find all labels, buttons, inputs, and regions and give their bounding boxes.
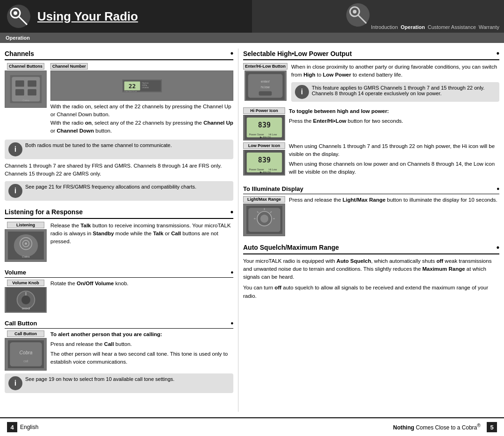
selectable-body1: When in close proximity to another party…: [291, 63, 499, 79]
svg-text:call: call: [23, 359, 28, 363]
low-power-image: 839 Power Saver Hi Low ▶ RX TX: [243, 150, 285, 176]
footer-page-right: 5: [487, 422, 497, 432]
toggle-title: To toggle between high and low power:: [289, 107, 499, 115]
info-icon-2: i: [8, 184, 22, 198]
svg-text:Power Saver: Power Saver: [249, 168, 264, 171]
selectable-body2: When using Channels 1 through 7 and 15 t…: [289, 142, 499, 159]
selectable-title: Selectable High•Low Power Output: [243, 49, 499, 60]
low-power-label: Low Power Icon: [243, 142, 285, 149]
header-nav: Introduction Operation Customer Assistan…: [371, 24, 499, 30]
svg-rect-10: [15, 80, 24, 87]
right-column: Selectable High•Low Power Output Enter/H…: [243, 49, 499, 412]
illuminate-body: Press and release the Light/Max Range bu…: [289, 196, 499, 204]
svg-text:Hi Low: Hi Low: [268, 133, 277, 136]
channels-info2-text: See page 21 for FRS/GMRS frequency alloc…: [25, 184, 196, 190]
footer-tagline-bold: Nothing: [393, 424, 414, 431]
svg-rect-12: [15, 89, 24, 96]
svg-text:Cobra: Cobra: [22, 255, 30, 258]
footer-page-left: 4: [7, 422, 17, 432]
hi-power-label: Hi Power Icon: [243, 107, 285, 114]
call-button-body: The other person will hear a two second …: [50, 350, 233, 366]
channels-body1: With the radio on, select any of the 22 …: [50, 103, 233, 135]
enter-hi-low-block: Enter/Hi-Low Button enter/ hi.low: [243, 63, 287, 105]
footer-left: 4 English: [7, 422, 38, 432]
call-button-section: Call Button Call Button Cobra call: [5, 319, 233, 393]
svg-text:hi.low: hi.low: [261, 85, 270, 89]
light-label: Light/Max Range: [243, 196, 285, 203]
toggle-text-block: To toggle between high and low power: Pr…: [289, 107, 499, 141]
call-button-image: Cobra call: [5, 338, 47, 371]
listening-block: Listening Cobra Release the Tal: [5, 222, 233, 262]
low-power-block: Low Power Icon 839 Power Saver Hi Low ▶ …: [243, 142, 285, 178]
volume-title: Volume: [5, 268, 233, 278]
light-image: [243, 204, 285, 236]
svg-text:Hi Low: Hi Low: [268, 168, 277, 171]
call-button-info-text: See page 19 on how to select from 10 ava…: [25, 376, 175, 382]
svg-text:Power Saver Hi Low: Power Saver Hi Low: [124, 90, 137, 92]
info-icon-4: i: [295, 85, 309, 99]
svg-point-58: [260, 214, 268, 222]
main-content: Channels Channel Buttons Cobra: [0, 43, 504, 417]
auto-squelch-section: Auto Squelch/Maximum Range Your microTAL…: [243, 243, 499, 300]
svg-point-2: [14, 11, 17, 15]
call-button-block: Call Button Cobra call To alert another …: [5, 331, 233, 371]
svg-point-27: [24, 242, 27, 245]
listening-label: Listening: [7, 222, 44, 228]
channels-title: Channels: [5, 49, 233, 60]
illuminate-section: To Illuminate Display Light/Max Range: [243, 185, 499, 236]
listening-image: Cobra: [5, 229, 47, 262]
header-right: Introduction Operation Customer Assistan…: [252, 0, 504, 33]
nav-warranty[interactable]: Warranty: [479, 24, 499, 30]
svg-text:on/vol: on/vol: [21, 307, 30, 310]
svg-text:22: 22: [128, 83, 135, 90]
low-power-text: When using Channels 1 through 7 and 15 t…: [289, 142, 499, 178]
call-button-info: i See page 19 on how to select from 10 a…: [5, 373, 233, 393]
svg-rect-11: [28, 80, 36, 87]
left-column: Channels Channel Buttons Cobra: [5, 49, 233, 412]
svg-text:DCS   Sq: DCS Sq: [142, 84, 147, 86]
svg-text:Power Saver: Power Saver: [249, 133, 264, 136]
hi-power-image: 839 Power Saver Hi Low ▶ RX TX: [243, 115, 285, 141]
listening-section: Listening for a Response Listening Cobr: [5, 207, 233, 262]
svg-rect-13: [28, 89, 36, 96]
call-button-subtitle: To alert another person that you are cal…: [50, 331, 233, 338]
header-right-logo: [345, 2, 371, 28]
header: Using Your Radio Introduction Operation …: [0, 0, 504, 33]
auto-squelch-title: Auto Squelch/Maximum Range: [243, 243, 499, 254]
footer: 4 English Nothing Comes Close to a Cobra…: [0, 417, 504, 436]
listening-body: Release the Talk button to receive incom…: [50, 222, 233, 246]
svg-text:Cobra: Cobra: [22, 99, 29, 102]
nav-introduction[interactable]: Introduction: [371, 24, 398, 30]
nav-operation[interactable]: Operation: [401, 24, 425, 30]
nav-customer[interactable]: Customer Assistance: [427, 24, 476, 30]
enter-hi-low-label: Enter/Hi-Low Button: [243, 63, 287, 70]
info-icon-1: i: [8, 142, 22, 156]
svg-text:839: 839: [258, 121, 270, 129]
footer-tagline-rest: Comes Close to a Cobra®: [416, 424, 481, 431]
selectable-section: Selectable High•Low Power Output Enter/H…: [243, 49, 499, 178]
channels-body2: Channels 1 through 7 are shared by FRS a…: [5, 162, 233, 178]
toggle-body: Press the Enter/Hi•Low button for two se…: [289, 117, 499, 125]
svg-text:CTCSS W: CTCSS W: [142, 86, 148, 88]
illuminate-block: Light/Max Range: [243, 196, 499, 236]
hi-power-block: Hi Power Icon 839 Power Saver Hi Low ▶ R…: [243, 107, 285, 141]
svg-text:839: 839: [258, 156, 270, 164]
call-button-title: Call Button: [5, 319, 233, 329]
svg-point-31: [21, 295, 30, 304]
auto-squelch-body2: You can turn off auto squelch to allow a…: [243, 284, 499, 300]
selectable-right-top: When in close proximity to another party…: [291, 63, 499, 105]
call-button-label: Call Button: [7, 331, 44, 337]
selectable-info1: i This feature applies to GMRS Channels …: [291, 82, 499, 102]
column-divider: [238, 49, 238, 412]
footer-language: English: [20, 424, 38, 430]
volume-section: Volume Volume Knob on/vol: [5, 268, 233, 313]
info-icon-3: i: [8, 376, 22, 390]
channels-section: Channels Channel Buttons Cobra: [5, 49, 233, 201]
svg-text:enter/: enter/: [261, 79, 270, 84]
listening-title: Listening for a Response: [5, 207, 233, 219]
light-block: Light/Max Range: [243, 196, 285, 236]
channel-buttons-block: Channel Buttons Cobra: [5, 63, 233, 137]
volume-knob-label: Volume Knob: [7, 280, 44, 286]
footer-right: Nothing Comes Close to a Cobra® 5: [393, 422, 497, 432]
breadcrumb-bar: Operation: [0, 33, 504, 43]
